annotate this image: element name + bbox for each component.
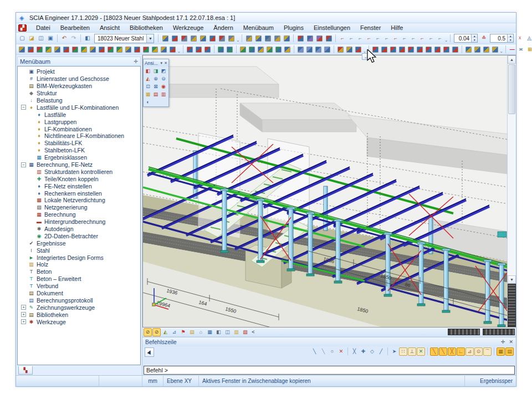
activity-tool-icon[interactable] bbox=[265, 45, 274, 54]
axis-snap-icon[interactable]: ✕ bbox=[417, 347, 425, 356]
menu-plugins[interactable]: Plugins bbox=[279, 24, 309, 32]
tree-item-werkzeuge[interactable]: +✱Werkzeuge bbox=[19, 318, 140, 325]
viewport-3d-canvas[interactable]: 1936 29964 164 1550 1936 1550 86 1850 bbox=[143, 55, 509, 327]
new-document-icon[interactable]: ▢ bbox=[18, 34, 27, 43]
structure-input-tool-icon[interactable] bbox=[124, 45, 132, 54]
activity-tool-icon[interactable] bbox=[274, 45, 283, 54]
project-tool-icon[interactable] bbox=[217, 34, 226, 43]
zoom-all-icon[interactable]: ⊠ bbox=[152, 83, 160, 90]
tree-item-rechenkern-einstellen[interactable]: ♦Rechenkern einstellen bbox=[19, 190, 140, 197]
steel-connection-tool-icon[interactable]: ⌐ bbox=[418, 34, 426, 43]
toolbar-overflow-icon[interactable]: ⌄ bbox=[363, 45, 366, 54]
scroll-left-icon[interactable]: < bbox=[250, 329, 257, 335]
tree-item-zeichnungswerkzeuge[interactable]: +✎Zeichnungswerkzeuge bbox=[19, 304, 140, 311]
model-display-icon[interactable]: ⌂ bbox=[197, 328, 205, 336]
menu-menbaum[interactable]: Menübaum bbox=[238, 24, 279, 32]
lookup-tool-icon[interactable] bbox=[296, 34, 305, 43]
collapse-icon[interactable]: − bbox=[21, 162, 26, 167]
structure-input-tool-icon[interactable] bbox=[106, 45, 115, 54]
tree-item-autodesign[interactable]: ✱Autodesign bbox=[19, 226, 140, 233]
project-tool-icon[interactable] bbox=[180, 34, 188, 43]
menu-bearbeiten[interactable]: Bearbeiten bbox=[55, 24, 95, 32]
ucs-tool-icon[interactable] bbox=[345, 45, 354, 54]
project-selector[interactable]: 18023 Neuer Stahl▼ bbox=[94, 34, 154, 43]
modify-tool-icon[interactable] bbox=[203, 45, 212, 54]
command-pin-icon[interactable]: ✛ bbox=[501, 339, 505, 345]
delete-icon[interactable]: ✕ bbox=[337, 347, 345, 356]
display-scale-spinner-down-icon[interactable]: ▼ bbox=[472, 38, 477, 42]
tree-item-struktur[interactable]: ◆Struktur bbox=[19, 90, 140, 97]
tree-item-holz[interactable]: ▥Holz bbox=[19, 261, 140, 268]
draw-line-icon[interactable]: ╲ bbox=[310, 347, 319, 356]
lookup-tool-icon[interactable] bbox=[305, 34, 314, 43]
storey-icon[interactable]: ≍ bbox=[517, 45, 525, 54]
steel-connection-tool-icon[interactable]: ⌐ bbox=[382, 34, 391, 43]
status-plane[interactable]: Ebene XY bbox=[163, 376, 199, 386]
undo-icon[interactable]: ↶ bbox=[60, 34, 69, 43]
viewport-3d[interactable]: 1936 29964 164 1550 1936 1550 86 1850 bbox=[142, 55, 516, 328]
load-scale-spinner-down-icon[interactable]: ▼ bbox=[508, 38, 513, 42]
screenshot-icon[interactable]: ▥ bbox=[160, 90, 167, 98]
structure-input-tool-icon[interactable] bbox=[89, 45, 97, 54]
view-store-tool-icon[interactable] bbox=[491, 45, 499, 54]
tree-item-projekt[interactable]: ▣Projekt bbox=[19, 68, 140, 75]
support-display-icon[interactable]: ⚑ bbox=[179, 328, 187, 336]
snap-node-icon[interactable]: ✚ bbox=[359, 347, 367, 356]
command-panel-header[interactable]: Befehlszeile ✛ ✕ bbox=[142, 337, 516, 346]
clipboard-tool-icon[interactable] bbox=[323, 45, 331, 54]
load-panel-tool-icon[interactable] bbox=[389, 45, 397, 54]
lookup-tool-icon[interactable] bbox=[315, 34, 324, 43]
palette-dropdown-icon[interactable]: ▾ bbox=[161, 61, 163, 65]
display-scale-spinner-up-icon[interactable]: ▲ bbox=[472, 34, 477, 38]
toolbar-overflow-popup[interactable]: ⌄ bbox=[362, 53, 370, 60]
load-panel-tool-icon[interactable] bbox=[371, 45, 380, 54]
clipboard-tool-icon[interactable] bbox=[305, 45, 314, 54]
view-image-icon[interactable]: ▤ bbox=[152, 90, 160, 98]
snap-center-icon[interactable]: ⊙ bbox=[474, 347, 483, 356]
print-tool-icon[interactable] bbox=[244, 34, 253, 43]
load-display-icon[interactable]: ⊿ bbox=[170, 328, 178, 336]
menu-hilfe[interactable]: Hilfe bbox=[386, 24, 408, 32]
clipping-box-icon[interactable]: ▦ bbox=[144, 90, 152, 98]
structure-input-tool-icon[interactable] bbox=[27, 45, 35, 54]
tree-item-netzgenerierung[interactable]: ▨Netzgenerierung bbox=[19, 204, 140, 211]
refresh-model-icon[interactable]: ◬ bbox=[525, 34, 532, 43]
view-store-tool-icon[interactable] bbox=[473, 45, 482, 54]
steel-connection-tool-icon[interactable]: ⌐ bbox=[338, 34, 346, 43]
collapsed-pane-bar[interactable] bbox=[448, 329, 480, 335]
named-view-icon[interactable]: ▥ bbox=[232, 328, 241, 336]
render-display-icon[interactable]: ◧ bbox=[214, 328, 223, 336]
axonometry-icon[interactable]: ◭ bbox=[144, 75, 152, 83]
tree-item-hintergrundberechnung[interactable]: ▬Hintergrundberechnung bbox=[19, 218, 140, 226]
save-icon[interactable]: ▣ bbox=[46, 34, 55, 43]
zoom-selection-icon[interactable]: ◉ bbox=[160, 83, 167, 90]
tree-item-berechnung-fe-netz[interactable]: −▦Berechnung, FE-Netz bbox=[19, 161, 140, 168]
tree-item-fe-netz-einstellen[interactable]: ♦FE-Netz einstellen bbox=[19, 182, 140, 190]
steel-connection-tool-icon[interactable]: ⌐ bbox=[347, 34, 355, 43]
snap-midpoint-icon[interactable]: ╲ bbox=[439, 347, 447, 356]
view-store-tool-icon[interactable] bbox=[482, 45, 490, 54]
project-tool-icon[interactable] bbox=[198, 34, 207, 43]
menu-ndern[interactable]: Ändern bbox=[208, 24, 238, 32]
palette-close-icon[interactable]: ✕ bbox=[164, 61, 167, 65]
structure-input-tool-icon[interactable] bbox=[80, 45, 88, 54]
menu-einstellungen[interactable]: Einstellungen bbox=[309, 24, 355, 32]
tree-item-nichtlineare-lf-kombinationen[interactable]: ♦Nichtlineare LF-Kombinationen bbox=[19, 132, 140, 140]
tree-item-beton-erweitert[interactable]: TBeton – Erweitert bbox=[19, 275, 140, 283]
project-tool-icon[interactable] bbox=[189, 34, 198, 43]
expand-icon[interactable]: + bbox=[21, 319, 26, 324]
label-display-icon[interactable]: ▤ bbox=[188, 328, 196, 336]
structure-input-tool-icon[interactable] bbox=[160, 45, 168, 54]
tree-item-verbund[interactable]: TVerbund bbox=[19, 283, 140, 290]
menu-bibliotheken[interactable]: Bibliotheken bbox=[125, 24, 168, 32]
toolbar-overflow-icon[interactable]: ⌄ bbox=[236, 34, 239, 43]
load-scale-spinner-up-icon[interactable]: ▲ bbox=[508, 34, 513, 38]
status-message[interactable]: Aktives Fenster in Zwischenablage kopier… bbox=[199, 376, 465, 386]
structure-input-tool-icon[interactable] bbox=[62, 45, 70, 54]
load-panel-tool-icon[interactable] bbox=[451, 45, 459, 54]
steel-connection-tool-icon[interactable]: ⌐ bbox=[427, 34, 435, 43]
tree-item-integriertes-design-forms[interactable]: ►Integriertes Design Forms bbox=[19, 254, 140, 261]
command-input[interactable]: Befehl > bbox=[144, 366, 515, 375]
print-tool-icon[interactable] bbox=[282, 34, 291, 43]
scroll-up-icon[interactable]: ▲ bbox=[508, 55, 516, 64]
